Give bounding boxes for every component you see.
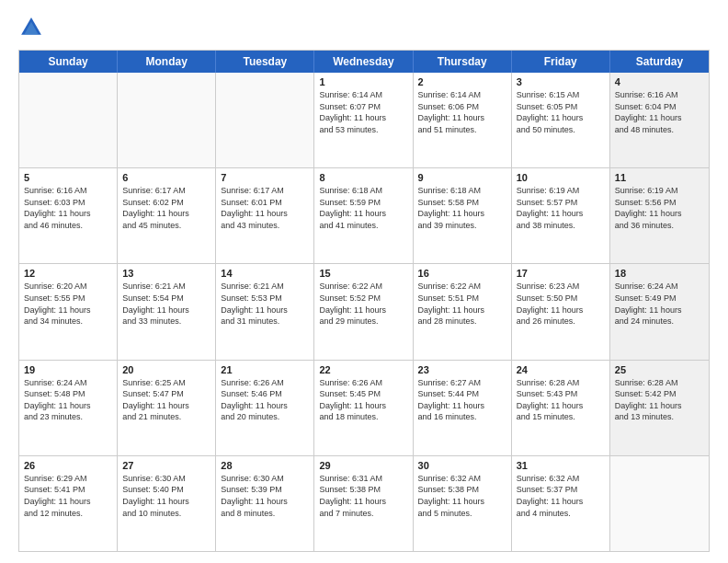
- day-number: 10: [517, 172, 605, 183]
- calendar-cell-r3-c0: 19Sunrise: 6:24 AM Sunset: 5:48 PM Dayli…: [19, 361, 118, 455]
- weekday-header-friday: Friday: [512, 51, 610, 73]
- cell-info: Sunrise: 6:24 AM Sunset: 5:49 PM Dayligh…: [615, 281, 704, 327]
- weekday-header-thursday: Thursday: [414, 51, 512, 73]
- cell-info: Sunrise: 6:22 AM Sunset: 5:52 PM Dayligh…: [319, 281, 407, 327]
- day-number: 20: [122, 364, 210, 375]
- page: SundayMondayTuesdayWednesdayThursdayFrid…: [0, 0, 728, 563]
- cell-info: Sunrise: 6:26 AM Sunset: 5:46 PM Dayligh…: [221, 377, 309, 423]
- cell-info: Sunrise: 6:32 AM Sunset: 5:38 PM Dayligh…: [418, 473, 506, 519]
- day-number: 8: [319, 172, 407, 183]
- calendar-cell-r1-c2: 7Sunrise: 6:17 AM Sunset: 6:01 PM Daylig…: [216, 168, 314, 263]
- day-number: 7: [221, 172, 309, 183]
- cell-info: Sunrise: 6:25 AM Sunset: 5:47 PM Dayligh…: [122, 377, 210, 423]
- cell-info: Sunrise: 6:24 AM Sunset: 5:48 PM Dayligh…: [24, 377, 112, 423]
- calendar-cell-r1-c4: 9Sunrise: 6:18 AM Sunset: 5:58 PM Daylig…: [414, 168, 512, 263]
- calendar-cell-r2-c5: 17Sunrise: 6:23 AM Sunset: 5:50 PM Dayli…: [512, 264, 610, 359]
- day-number: 2: [418, 76, 506, 87]
- calendar-cell-r2-c4: 16Sunrise: 6:22 AM Sunset: 5:51 PM Dayli…: [414, 264, 512, 359]
- calendar-cell-r1-c1: 6Sunrise: 6:17 AM Sunset: 6:02 PM Daylig…: [118, 168, 216, 263]
- day-number: 19: [24, 364, 112, 375]
- calendar-body: 1Sunrise: 6:14 AM Sunset: 6:07 PM Daylig…: [19, 73, 709, 551]
- calendar-cell-r2-c0: 12Sunrise: 6:20 AM Sunset: 5:55 PM Dayli…: [19, 264, 118, 359]
- calendar-cell-r1-c0: 5Sunrise: 6:16 AM Sunset: 6:03 PM Daylig…: [19, 168, 118, 263]
- cell-info: Sunrise: 6:14 AM Sunset: 6:07 PM Dayligh…: [319, 89, 407, 135]
- calendar-cell-r0-c4: 2Sunrise: 6:14 AM Sunset: 6:06 PM Daylig…: [414, 73, 512, 167]
- calendar-cell-r4-c6: [610, 456, 709, 551]
- calendar-row-2: 12Sunrise: 6:20 AM Sunset: 5:55 PM Dayli…: [19, 264, 709, 360]
- calendar-cell-r3-c5: 24Sunrise: 6:28 AM Sunset: 5:43 PM Dayli…: [512, 361, 610, 455]
- calendar-cell-r3-c6: 25Sunrise: 6:28 AM Sunset: 5:42 PM Dayli…: [610, 361, 709, 455]
- cell-info: Sunrise: 6:15 AM Sunset: 6:05 PM Dayligh…: [517, 89, 605, 135]
- cell-info: Sunrise: 6:28 AM Sunset: 5:42 PM Dayligh…: [615, 377, 704, 423]
- day-number: 16: [418, 268, 506, 279]
- calendar-row-3: 19Sunrise: 6:24 AM Sunset: 5:48 PM Dayli…: [19, 361, 709, 456]
- weekday-header-wednesday: Wednesday: [314, 51, 413, 73]
- calendar-cell-r4-c0: 26Sunrise: 6:29 AM Sunset: 5:41 PM Dayli…: [19, 456, 118, 551]
- logo: [18, 15, 48, 40]
- calendar-cell-r1-c6: 11Sunrise: 6:19 AM Sunset: 5:56 PM Dayli…: [610, 168, 709, 263]
- cell-info: Sunrise: 6:29 AM Sunset: 5:41 PM Dayligh…: [24, 473, 112, 519]
- calendar-cell-r0-c5: 3Sunrise: 6:15 AM Sunset: 6:05 PM Daylig…: [512, 73, 610, 167]
- cell-info: Sunrise: 6:27 AM Sunset: 5:44 PM Dayligh…: [418, 377, 506, 423]
- calendar-cell-r3-c4: 23Sunrise: 6:27 AM Sunset: 5:44 PM Dayli…: [414, 361, 512, 455]
- cell-info: Sunrise: 6:22 AM Sunset: 5:51 PM Dayligh…: [418, 281, 506, 327]
- day-number: 5: [24, 172, 112, 183]
- header: [18, 15, 710, 40]
- calendar-cell-r3-c3: 22Sunrise: 6:26 AM Sunset: 5:45 PM Dayli…: [314, 361, 413, 455]
- cell-info: Sunrise: 6:17 AM Sunset: 6:02 PM Dayligh…: [122, 185, 210, 231]
- cell-info: Sunrise: 6:19 AM Sunset: 5:57 PM Dayligh…: [517, 185, 605, 231]
- cell-info: Sunrise: 6:16 AM Sunset: 6:04 PM Dayligh…: [615, 89, 704, 135]
- cell-info: Sunrise: 6:32 AM Sunset: 5:37 PM Dayligh…: [517, 473, 605, 519]
- day-number: 11: [615, 172, 704, 183]
- calendar-cell-r4-c3: 29Sunrise: 6:31 AM Sunset: 5:38 PM Dayli…: [314, 456, 413, 551]
- day-number: 27: [122, 460, 210, 471]
- cell-info: Sunrise: 6:31 AM Sunset: 5:38 PM Dayligh…: [319, 473, 407, 519]
- calendar-cell-r4-c4: 30Sunrise: 6:32 AM Sunset: 5:38 PM Dayli…: [414, 456, 512, 551]
- calendar-cell-r0-c0: [19, 73, 118, 167]
- weekday-header-tuesday: Tuesday: [216, 51, 314, 73]
- cell-info: Sunrise: 6:16 AM Sunset: 6:03 PM Dayligh…: [24, 185, 112, 231]
- weekday-header-monday: Monday: [118, 51, 216, 73]
- calendar-cell-r2-c3: 15Sunrise: 6:22 AM Sunset: 5:52 PM Dayli…: [314, 264, 413, 359]
- cell-info: Sunrise: 6:18 AM Sunset: 5:59 PM Dayligh…: [319, 185, 407, 231]
- day-number: 18: [615, 268, 704, 279]
- calendar-cell-r0-c1: [118, 73, 216, 167]
- calendar-cell-r3-c2: 21Sunrise: 6:26 AM Sunset: 5:46 PM Dayli…: [216, 361, 314, 455]
- day-number: 21: [221, 364, 309, 375]
- day-number: 14: [221, 268, 309, 279]
- day-number: 30: [418, 460, 506, 471]
- cell-info: Sunrise: 6:19 AM Sunset: 5:56 PM Dayligh…: [615, 185, 704, 231]
- day-number: 15: [319, 268, 407, 279]
- cell-info: Sunrise: 6:26 AM Sunset: 5:45 PM Dayligh…: [319, 377, 407, 423]
- calendar-cell-r4-c2: 28Sunrise: 6:30 AM Sunset: 5:39 PM Dayli…: [216, 456, 314, 551]
- calendar-cell-r0-c3: 1Sunrise: 6:14 AM Sunset: 6:07 PM Daylig…: [314, 73, 413, 167]
- day-number: 17: [517, 268, 605, 279]
- calendar: SundayMondayTuesdayWednesdayThursdayFrid…: [18, 50, 710, 552]
- weekday-header-saturday: Saturday: [610, 51, 709, 73]
- calendar-cell-r3-c1: 20Sunrise: 6:25 AM Sunset: 5:47 PM Dayli…: [118, 361, 216, 455]
- day-number: 26: [24, 460, 112, 471]
- day-number: 6: [122, 172, 210, 183]
- day-number: 12: [24, 268, 112, 279]
- day-number: 25: [615, 364, 704, 375]
- calendar-cell-r0-c6: 4Sunrise: 6:16 AM Sunset: 6:04 PM Daylig…: [610, 73, 709, 167]
- day-number: 29: [319, 460, 407, 471]
- cell-info: Sunrise: 6:18 AM Sunset: 5:58 PM Dayligh…: [418, 185, 506, 231]
- cell-info: Sunrise: 6:30 AM Sunset: 5:39 PM Dayligh…: [221, 473, 309, 519]
- calendar-row-4: 26Sunrise: 6:29 AM Sunset: 5:41 PM Dayli…: [19, 456, 709, 551]
- cell-info: Sunrise: 6:17 AM Sunset: 6:01 PM Dayligh…: [221, 185, 309, 231]
- calendar-row-1: 5Sunrise: 6:16 AM Sunset: 6:03 PM Daylig…: [19, 168, 709, 264]
- calendar-cell-r2-c1: 13Sunrise: 6:21 AM Sunset: 5:54 PM Dayli…: [118, 264, 216, 359]
- day-number: 28: [221, 460, 309, 471]
- cell-info: Sunrise: 6:28 AM Sunset: 5:43 PM Dayligh…: [517, 377, 605, 423]
- day-number: 4: [615, 76, 704, 87]
- calendar-row-0: 1Sunrise: 6:14 AM Sunset: 6:07 PM Daylig…: [19, 73, 709, 168]
- calendar-cell-r1-c5: 10Sunrise: 6:19 AM Sunset: 5:57 PM Dayli…: [512, 168, 610, 263]
- calendar-header: SundayMondayTuesdayWednesdayThursdayFrid…: [19, 51, 709, 73]
- day-number: 22: [319, 364, 407, 375]
- calendar-cell-r2-c2: 14Sunrise: 6:21 AM Sunset: 5:53 PM Dayli…: [216, 264, 314, 359]
- weekday-header-sunday: Sunday: [19, 51, 118, 73]
- calendar-cell-r0-c2: [216, 73, 314, 167]
- cell-info: Sunrise: 6:21 AM Sunset: 5:54 PM Dayligh…: [122, 281, 210, 327]
- cell-info: Sunrise: 6:14 AM Sunset: 6:06 PM Dayligh…: [418, 89, 506, 135]
